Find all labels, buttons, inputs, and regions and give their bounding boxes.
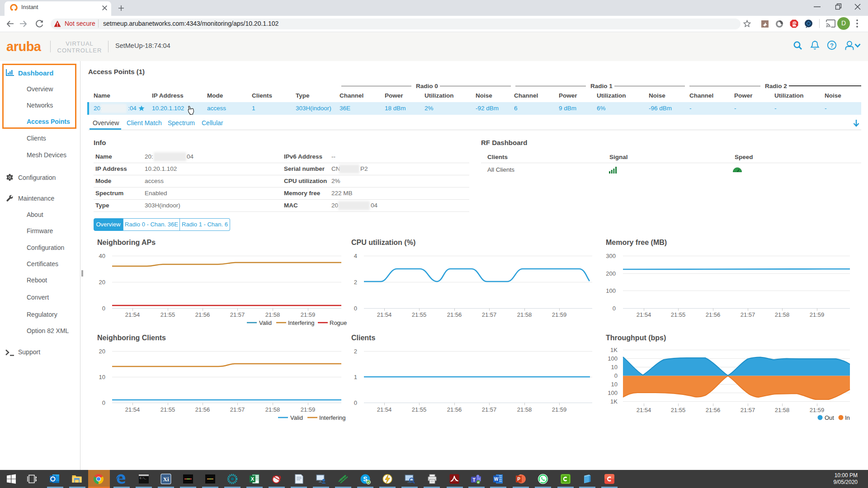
svg-text:21:56: 21:56	[447, 406, 462, 413]
svg-text:Valid: Valid	[259, 319, 272, 326]
svg-text:21:54: 21:54	[637, 407, 651, 413]
svg-text:In: In	[845, 414, 850, 421]
svg-text:100: 100	[608, 389, 618, 396]
svg-text:CPU utilization (%): CPU utilization (%)	[351, 239, 415, 246]
svg-text:21:59: 21:59	[301, 311, 316, 318]
svg-text:21:54: 21:54	[637, 311, 651, 318]
svg-text:20: 20	[99, 279, 105, 286]
svg-text:21:55: 21:55	[160, 311, 175, 318]
svg-text:21:57: 21:57	[230, 311, 245, 318]
svg-text:21:54: 21:54	[377, 406, 392, 413]
svg-text:21:55: 21:55	[671, 311, 686, 318]
svg-text:21:59: 21:59	[301, 406, 316, 413]
svg-text:21:54: 21:54	[125, 406, 140, 413]
svg-text:Memory free (MB): Memory free (MB)	[606, 239, 667, 246]
svg-text:4: 4	[354, 253, 357, 259]
svg-text:Rogue: Rogue	[330, 319, 347, 326]
svg-text:Neighboring APs: Neighboring APs	[97, 239, 156, 246]
svg-text:21:58: 21:58	[775, 311, 790, 318]
svg-text:0: 0	[613, 305, 616, 312]
svg-text:10: 10	[611, 381, 618, 388]
svg-text:21:57: 21:57	[741, 407, 755, 413]
svg-text:21:59: 21:59	[810, 311, 825, 318]
svg-text:40: 40	[99, 253, 105, 259]
svg-text:0: 0	[102, 399, 105, 406]
svg-text:21:58: 21:58	[775, 407, 790, 413]
svg-text:1: 1	[354, 374, 357, 380]
svg-text:?: ?	[830, 42, 834, 49]
svg-text:10: 10	[99, 374, 105, 380]
svg-text:21:56: 21:56	[195, 406, 210, 413]
svg-text:21:55: 21:55	[671, 407, 686, 413]
svg-text:21:54: 21:54	[377, 311, 392, 318]
svg-text:Out: Out	[825, 414, 834, 421]
svg-text:21:58: 21:58	[517, 311, 532, 318]
svg-text:21:56: 21:56	[447, 311, 462, 318]
svg-text:Neighboring Clients: Neighboring Clients	[97, 334, 166, 342]
svg-text:21:58: 21:58	[265, 311, 280, 318]
svg-text:300: 300	[606, 253, 616, 259]
svg-text:2: 2	[354, 348, 357, 355]
svg-text:Clients: Clients	[351, 334, 375, 342]
svg-text:21:55: 21:55	[412, 406, 427, 413]
svg-text:21:59: 21:59	[552, 311, 567, 318]
svg-text:W: W	[494, 477, 499, 482]
svg-text:200: 200	[606, 270, 616, 277]
svg-text:21:57: 21:57	[482, 311, 497, 318]
svg-text:Xi: Xi	[163, 476, 169, 483]
svg-text:21:58: 21:58	[265, 406, 280, 413]
svg-text:Interfering: Interfering	[319, 414, 346, 421]
svg-text:21:55: 21:55	[412, 311, 427, 318]
svg-text:C:\_: C:\_	[140, 477, 146, 480]
svg-text:0: 0	[102, 305, 105, 312]
svg-text:21:57: 21:57	[482, 406, 497, 413]
svg-text:Interfering: Interfering	[288, 319, 315, 326]
svg-text:0: 0	[614, 372, 618, 379]
svg-text:10: 10	[611, 364, 618, 371]
svg-text:21:56: 21:56	[706, 311, 721, 318]
svg-text:0: 0	[354, 399, 357, 406]
svg-text:1K: 1K	[610, 347, 618, 353]
svg-text:21:57: 21:57	[741, 311, 755, 318]
svg-text:Valid: Valid	[290, 414, 303, 421]
svg-text:21:56: 21:56	[195, 311, 210, 318]
svg-text:21:59: 21:59	[552, 406, 567, 413]
svg-text:X: X	[251, 476, 255, 482]
svg-text:T: T	[472, 478, 475, 483]
svg-text:21:56: 21:56	[706, 407, 721, 413]
svg-text:100: 100	[608, 355, 618, 362]
svg-text:20: 20	[99, 348, 105, 355]
svg-text:0: 0	[354, 305, 357, 312]
svg-text:21:55: 21:55	[160, 406, 175, 413]
svg-text:P: P	[517, 477, 520, 482]
svg-text:2: 2	[354, 279, 357, 286]
svg-text:21:58: 21:58	[517, 406, 532, 413]
svg-text:21:54: 21:54	[125, 311, 140, 318]
svg-text:Throughput (bps): Throughput (bps)	[606, 334, 666, 342]
svg-text:1K: 1K	[610, 398, 618, 405]
svg-text:100: 100	[606, 287, 616, 294]
svg-text:21:57: 21:57	[230, 406, 245, 413]
svg-text:21:59: 21:59	[810, 407, 825, 413]
